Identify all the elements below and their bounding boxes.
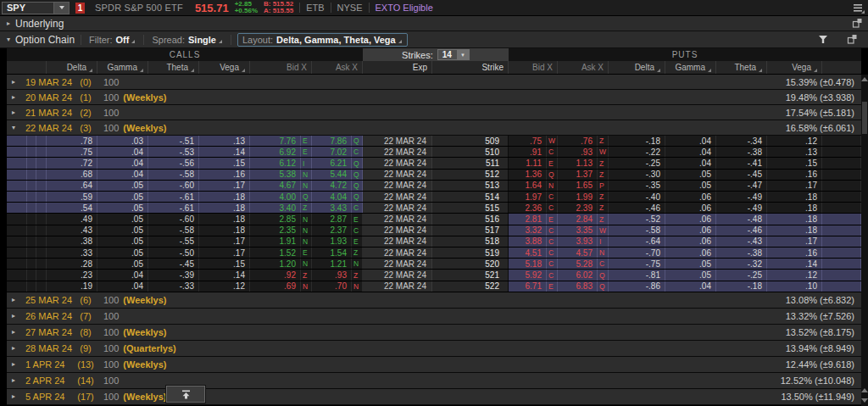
put-ask-cell[interactable]: 6.02 xyxy=(558,270,598,280)
put-bid-cell[interactable]: .75 xyxy=(509,136,547,146)
chevron-down-icon[interactable]: ▾ xyxy=(12,124,22,131)
col-header-puts-delta[interactable]: Delta xyxy=(609,61,665,74)
put-bid-cell[interactable]: 4.51 xyxy=(509,247,547,258)
chevron-right-icon[interactable]: ▸ xyxy=(12,312,22,320)
expiration-row-2-apr-24[interactable]: ▸ 2 APR 24 (14) 100 12.52% (±10.048) xyxy=(7,373,861,389)
call-bid-cell[interactable]: 7.76 xyxy=(250,136,301,146)
chevron-right-icon[interactable]: ▸ xyxy=(12,108,22,116)
put-ask-cell[interactable]: 1.99 xyxy=(558,192,598,202)
option-row-strike-510[interactable]: .75.04-.53.146.92E7.02C22 MAR 24510.91C.… xyxy=(7,147,861,158)
put-bid-cell[interactable]: 3.88 xyxy=(509,236,547,247)
call-ask-cell[interactable]: 3.43 xyxy=(312,203,352,213)
col-header-calls-vega[interactable]: Vega xyxy=(199,61,250,74)
option-row-strike-522[interactable]: .19.04-.33.12.69N.70N22 MAR 245226.71E6.… xyxy=(7,281,861,292)
put-ask-cell[interactable]: 4.57 xyxy=(558,247,598,258)
call-bid-cell[interactable]: 5.38 xyxy=(250,170,301,180)
chevron-right-icon[interactable]: ▸ xyxy=(12,392,22,400)
put-ask-cell[interactable]: 5.28 xyxy=(558,259,598,269)
list-menu-icon[interactable] xyxy=(853,3,865,14)
put-bid-cell[interactable]: 1.11 xyxy=(509,158,547,168)
col-header-puts-theta[interactable]: Theta xyxy=(716,61,767,74)
call-ask-cell[interactable]: .70 xyxy=(312,281,352,292)
put-ask-cell[interactable]: .93 xyxy=(558,147,598,157)
call-bid-cell[interactable]: 1.20 xyxy=(250,259,301,269)
put-bid-cell[interactable]: 5.18 xyxy=(509,259,547,269)
col-header-puts-vega[interactable]: Vega xyxy=(767,61,822,74)
col-header-calls-ask-x[interactable]: Ask X xyxy=(312,61,363,74)
expiration-row-22-mar-24[interactable]: ▾ 22 MAR 24 (3) 100 (Weeklys) 16.58% (±6… xyxy=(7,120,861,136)
put-ask-cell[interactable]: 3.93 xyxy=(558,236,598,247)
call-ask-cell[interactable]: 4.72 xyxy=(312,181,352,191)
put-ask-cell[interactable]: 3.35 xyxy=(558,225,598,236)
symbol-input[interactable]: SPY xyxy=(2,2,70,14)
call-bid-cell[interactable]: .69 xyxy=(250,281,301,292)
expiration-row-28-mar-24[interactable]: ▸ 28 MAR 24 (9) 100 (Quarterlys) 13.94% … xyxy=(7,341,861,357)
call-bid-cell[interactable]: 4.00 xyxy=(250,192,301,202)
col-header-calls-bid-x[interactable]: Bid X xyxy=(250,61,312,74)
call-bid-cell[interactable]: .92 xyxy=(250,270,301,280)
call-ask-cell[interactable]: 7.02 xyxy=(312,147,352,157)
put-bid-cell[interactable]: 6.71 xyxy=(509,281,547,292)
call-ask-cell[interactable]: 2.37 xyxy=(312,225,352,236)
put-ask-cell[interactable]: 2.39 xyxy=(558,203,598,213)
call-ask-cell[interactable]: 4.04 xyxy=(312,192,352,202)
call-bid-cell[interactable]: 2.35 xyxy=(250,225,301,236)
expiration-row-1-apr-24[interactable]: ▸ 1 APR 24 (13) 100 (Weeklys) 12.44% (±9… xyxy=(7,357,861,373)
option-row-strike-514[interactable]: .59.05-.61.184.00Q4.04Q22 MAR 245141.97C… xyxy=(7,192,861,203)
call-bid-cell[interactable]: 4.67 xyxy=(250,181,301,191)
expiration-row-5-apr-24[interactable]: ▸ 5 APR 24 (17) 100 (Weeklys) 13.50% (±1… xyxy=(7,389,861,405)
expiration-row-25-mar-24[interactable]: ▸ 25 MAR 24 (6) 100 (Weeklys) 13.08% (±6… xyxy=(7,292,861,309)
call-ask-cell[interactable]: .93 xyxy=(312,270,352,280)
chevron-right-icon[interactable]: ▸ xyxy=(12,360,22,368)
call-ask-cell[interactable]: 5.44 xyxy=(312,170,352,180)
put-ask-cell[interactable]: 6.83 xyxy=(558,281,598,292)
put-bid-cell[interactable]: 1.36 xyxy=(509,170,547,180)
option-row-strike-518[interactable]: .38.05-.55.171.91N1.93E22 MAR 245183.88C… xyxy=(7,236,861,247)
scrollbar-down-icon[interactable] xyxy=(861,398,868,403)
expiration-row-20-mar-24[interactable]: ▸ 20 MAR 24 (1) 100 (Weeklys) 19.48% (±3… xyxy=(7,90,861,105)
call-bid-cell[interactable]: 3.40 xyxy=(250,203,301,213)
expiration-row-19-mar-24[interactable]: ▸ 19 MAR 24 (0) 100 15.39% (±0.478) xyxy=(7,75,861,90)
scroll-to-top-button[interactable] xyxy=(166,386,205,403)
popout-icon[interactable] xyxy=(847,34,858,45)
alert-badge[interactable]: 1 xyxy=(75,3,85,14)
option-row-strike-521[interactable]: .23.04-.39.14.92Z.93Z22 MAR 245215.92C6.… xyxy=(7,270,861,281)
col-header-calls-gamma[interactable]: Gamma xyxy=(97,61,148,74)
put-bid-cell[interactable]: 2.36 xyxy=(509,203,547,213)
call-ask-cell[interactable]: 7.86 xyxy=(312,136,352,146)
vertical-scrollbar[interactable] xyxy=(861,75,868,406)
col-header-puts-ask-x[interactable]: Ask X xyxy=(558,61,609,74)
option-row-strike-520[interactable]: .28.05-.45.151.20N1.21N22 MAR 245205.18C… xyxy=(7,259,861,270)
put-ask-cell[interactable]: .76 xyxy=(558,136,598,146)
put-ask-cell[interactable]: 1.37 xyxy=(558,170,598,180)
call-bid-cell[interactable]: 1.52 xyxy=(250,247,301,258)
chevron-right-icon[interactable]: ▸ xyxy=(12,376,22,384)
popout-icon[interactable] xyxy=(852,18,863,29)
option-row-strike-519[interactable]: .33.05-.50.171.52E1.54Z22 MAR 245194.51C… xyxy=(7,247,861,259)
expiration-row-27-mar-24[interactable]: ▸ 27 MAR 24 (8) 100 (Weeklys) 13.52% (±8… xyxy=(7,325,861,341)
layout-control[interactable]: Layout: Delta, Gamma, Theta, Vega xyxy=(237,33,408,47)
option-row-strike-513[interactable]: .64.05-.60.174.67N4.72Q22 MAR 245131.64N… xyxy=(7,181,861,192)
col-header-strike[interactable]: Strike xyxy=(432,61,509,74)
col-header-exp[interactable]: Exp xyxy=(363,61,432,74)
call-bid-cell[interactable]: 6.92 xyxy=(250,147,301,157)
chevron-right-icon[interactable]: ▸ xyxy=(12,296,22,303)
col-header-calls-delta[interactable]: Delta xyxy=(47,61,97,74)
expiration-row-21-mar-24[interactable]: ▸ 21 MAR 24 (2) 100 17.54% (±5.181) xyxy=(7,105,861,120)
filter-control[interactable]: Filter: Off xyxy=(87,34,137,46)
scrollbar-up-icon[interactable] xyxy=(861,77,868,81)
put-bid-cell[interactable]: 2.81 xyxy=(509,214,547,224)
expiration-row-26-mar-24[interactable]: ▸ 26 MAR 24 (7) 100 13.32% (±7.526) xyxy=(7,309,861,325)
scrollbar-thumb[interactable] xyxy=(862,102,867,134)
option-row-strike-509[interactable]: .78.03-.51.137.76E7.86Q22 MAR 24509.75W.… xyxy=(7,136,861,147)
col-header-puts-bid-x[interactable]: Bid X xyxy=(509,61,558,74)
put-ask-cell[interactable]: 1.65 xyxy=(558,181,598,191)
call-ask-cell[interactable]: 6.21 xyxy=(312,158,352,168)
option-row-strike-517[interactable]: .43.05-.58.182.35N2.37C22 MAR 245173.32C… xyxy=(7,225,861,236)
put-bid-cell[interactable]: 3.32 xyxy=(509,225,547,236)
option-row-strike-515[interactable]: .54.05-.61.183.40Z3.43C22 MAR 245152.36C… xyxy=(7,203,861,214)
chevron-right-icon[interactable]: ▸ xyxy=(12,328,22,336)
put-bid-cell[interactable]: 1.97 xyxy=(509,192,547,202)
call-bid-cell[interactable]: 2.85 xyxy=(250,214,301,224)
call-ask-cell[interactable]: 1.93 xyxy=(312,236,352,247)
